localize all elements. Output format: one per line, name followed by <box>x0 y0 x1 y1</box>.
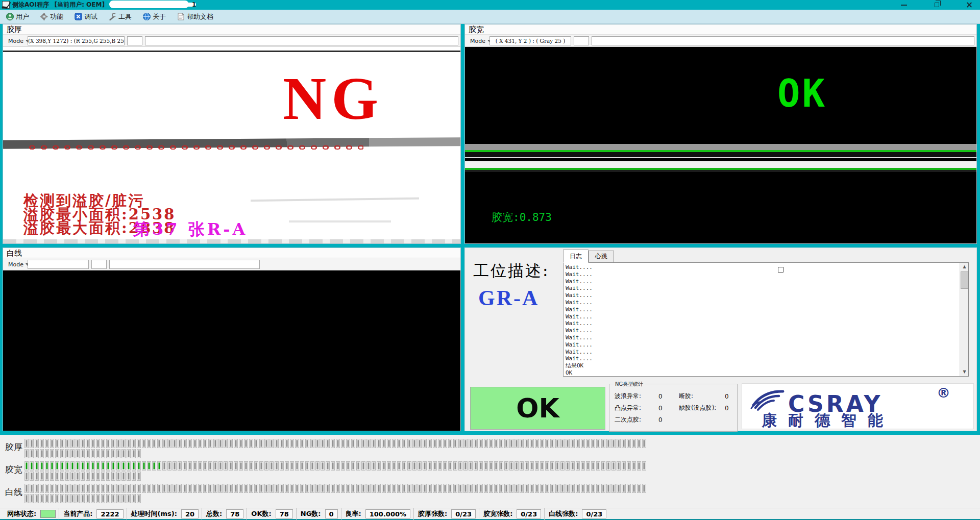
indicator-cell <box>127 494 131 503</box>
menu-item-4[interactable]: 工具 <box>107 11 134 22</box>
indicator-cell <box>254 439 258 448</box>
indicator-cell <box>24 439 29 448</box>
indicator-cell <box>514 484 519 493</box>
ng-stat-value: 0 <box>658 405 672 412</box>
indicator-cell <box>137 449 141 458</box>
indicator-cell <box>285 484 289 493</box>
log-line: Wait.... <box>566 278 958 285</box>
indicator-row <box>24 472 141 481</box>
indicator-cell <box>91 449 95 458</box>
scrollbar-thumb[interactable] <box>961 271 968 289</box>
menu-item-5[interactable]: 关于 <box>141 11 168 22</box>
indicator-cell <box>315 484 320 493</box>
indicator-cell <box>259 484 263 493</box>
menu-item-3[interactable]: 调试 <box>72 11 100 22</box>
indicator-cell <box>142 484 146 493</box>
indicator-cell <box>305 439 309 448</box>
indicator-cell <box>591 439 595 448</box>
indicator-cell <box>469 461 473 471</box>
indicator-cell <box>627 484 631 493</box>
indicator-cell <box>152 461 156 471</box>
glue-width-image[interactable]: OK 胶宽:0.873 <box>465 47 976 243</box>
indicator-cell <box>193 439 197 448</box>
ng-stat-value: 0 <box>725 393 735 400</box>
indicator-cell <box>474 439 478 448</box>
app-logo-icon <box>2 1 10 9</box>
network-status-swatch <box>40 510 56 518</box>
ng-stat-label: 缺胶(没点胶): <box>672 404 725 412</box>
status-label: 胶厚张数: <box>418 509 447 518</box>
indicator-cell <box>157 484 161 493</box>
indicator-cell <box>188 461 192 471</box>
menu-item-6[interactable]: 帮助文档 <box>175 11 215 22</box>
log-checkbox[interactable] <box>778 267 783 273</box>
indicator-cell <box>147 439 151 448</box>
result-overlay-ok: OK <box>777 71 827 115</box>
status-value: 0/23 <box>451 509 476 518</box>
indicator-cell <box>137 484 141 493</box>
indicator-cell <box>509 484 513 493</box>
indicator-cell <box>402 484 406 493</box>
indicator-cell <box>270 484 274 493</box>
indicator-cell <box>372 484 376 493</box>
indicator-cell <box>586 439 590 448</box>
minimize-button[interactable] <box>896 0 912 10</box>
frame-indicator-area: 胶厚胶宽白线 <box>0 435 980 508</box>
indicator-cell <box>622 439 626 448</box>
indicator-group-label: 白线 <box>5 486 22 498</box>
indicator-cell <box>356 461 360 471</box>
indicator-cell <box>489 461 493 471</box>
indicator-row <box>24 461 646 471</box>
menu-item-2[interactable]: 功能 <box>38 11 65 22</box>
indicator-cell <box>127 449 131 458</box>
indicator-cell <box>239 484 243 493</box>
indicator-cell <box>24 484 29 493</box>
scroll-up-icon[interactable]: ▲ <box>961 263 968 271</box>
minimize-icon <box>901 5 907 6</box>
restore-button[interactable] <box>929 0 944 10</box>
indicator-cell <box>326 439 330 448</box>
indicator-cell <box>60 494 64 503</box>
indicator-cell <box>474 484 478 493</box>
menu-item-label: 功能 <box>50 12 63 21</box>
redaction-ghost <box>251 197 419 202</box>
indicator-cell <box>40 439 44 448</box>
indicator-cell <box>65 494 69 503</box>
close-button[interactable]: × <box>962 0 977 10</box>
menu-item-label: 帮助文档 <box>187 12 213 21</box>
indicator-cell <box>30 494 34 503</box>
indicator-cell <box>30 472 34 481</box>
indicator-cell <box>244 461 248 471</box>
indicator-cell <box>331 439 335 448</box>
indicator-cell <box>218 461 223 471</box>
menu-item-1[interactable]: 用户 <box>4 11 31 22</box>
log-line: Wait.... <box>566 292 958 299</box>
indicator-cell <box>81 472 85 481</box>
tab-log[interactable]: 日志 <box>563 250 589 263</box>
indicator-cell <box>76 449 80 458</box>
tab-heartbeat[interactable]: 心跳 <box>589 251 614 263</box>
glue-thickness-image[interactable]: NG 检测到溢胶/脏污 溢胶最小面积:2538 溢胶最大面积:2838 第37 … <box>3 47 460 243</box>
indicator-cell <box>234 461 238 471</box>
indicator-cell <box>321 484 325 493</box>
indicator-cell <box>218 484 223 493</box>
log-line: Wait.... <box>566 320 958 327</box>
indicator-cell <box>576 461 580 471</box>
indicator-cell <box>530 484 534 493</box>
indicator-cell <box>121 494 126 503</box>
indicator-cell <box>30 439 34 448</box>
long-field <box>592 36 974 45</box>
indicator-cell <box>418 439 422 448</box>
indicator-cell <box>24 449 29 458</box>
log-scrollbar[interactable]: ▲ ▼ <box>960 263 968 376</box>
indicator-cell <box>127 472 131 481</box>
indicator-cell <box>193 484 197 493</box>
scroll-down-icon[interactable]: ▼ <box>961 368 968 376</box>
indicator-cell <box>581 461 585 471</box>
white-line-image[interactable] <box>3 270 460 431</box>
indicator-cell <box>55 461 59 471</box>
indicator-cell <box>198 484 202 493</box>
indicator-cell <box>601 461 605 471</box>
indicator-cell <box>198 461 202 471</box>
indicator-cell <box>208 484 212 493</box>
